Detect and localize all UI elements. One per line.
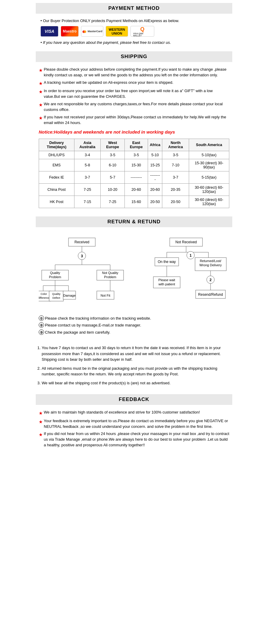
note-circle-3: ③ [39,329,44,335]
shipping-notice: Notice:Hoildays and weekends are not inc… [39,128,229,136]
return-list-item-2: All returned items must be in the origin… [42,366,229,377]
maestro-logo: Maestro [61,26,79,37]
cell-r0-c3: 3-5 [124,151,148,159]
col-header-1: Asia Australia [74,139,100,151]
cell-r3-c5: 20-35 [162,183,189,196]
cell-r3-c3: 20-60 [124,183,148,196]
cell-r0-c4: 5-10 [148,151,162,159]
star-icon-f1: ★ [39,410,43,417]
cell-r2-c1: 3-7 [74,171,100,183]
cell-r0-c6: 5-10(tax) [189,151,229,159]
col-header-6: South America [189,139,229,151]
returned-label2: Wrong Delivery [200,263,222,267]
payment-header: PAYMENT METHOD [36,3,232,14]
cell-r0-c1: 3-4 [74,151,100,159]
star-icon-5: ★ [39,115,43,121]
quality-defect-label: Quality [52,292,61,295]
color-diff-label: Color [40,292,47,295]
cell-r1-c3: 15-30 [124,159,148,171]
feedback-section: FEEDBACK ★ We aim to maintain high stand… [36,394,232,452]
table-row: DHL/UPS 3-4 3-5 3-5 5-10 3-5 5-10(tax) [39,151,229,159]
table-row: HK Post 7-15 7-25 15-60 20-50 20-50 30-6… [39,196,229,208]
feedback-item-2: ★ Your feedback is extremely important t… [39,418,229,430]
circle2-label: 2 [210,278,212,282]
bullet-dot: • [40,18,42,23]
shipping-item-2: ★ A tracking number will be updated on A… [39,80,229,87]
damage-label: Damage [63,294,76,297]
circle3-label: 3 [81,254,83,258]
cell-r2-c6: 5-15(tax) [189,171,229,183]
western-union-logo: WESTERN UNION [106,26,128,37]
on-way-label: On the way [158,260,176,264]
col-header-3: East Europe [124,139,148,151]
table-row: China Post 7-25 10-20 20-60 20-60 20-35 … [39,183,229,196]
return-list-item-1: You have 7 days to contact us and 30 day… [42,345,229,363]
cell-r4-c4: 20-50 [148,196,162,208]
cell-r0-c5: 3-5 [162,151,189,159]
shipping-item-3: ★ In order to ensure you receive your or… [39,88,229,100]
cell-r0-c0: DHL/UPS [39,151,74,159]
shipping-item-5: ★ If you have not received your parcel w… [39,114,229,126]
cell-r4-c3: 15-60 [124,196,148,208]
not-quality-label: Not Quality [102,271,119,275]
cell-r3-c1: 7-25 [74,183,100,196]
cell-r4-c6: 30-60 (direct) 60-120(tax) [189,196,229,208]
cell-r1-c5: 7-10 [162,159,189,171]
star-icon-1: ★ [39,67,43,74]
cell-r4-c5: 20-50 [162,196,189,208]
note-circle-2: ② [39,322,44,328]
feedback-item-3: ★ If you did not hear from us within 24 … [39,431,229,448]
table-row: Fedex IE 3-7 5-7 --------- --------- 3-7… [39,171,229,183]
feedback-header: FEEDBACK [36,394,232,405]
shipping-item-1: ★ Please double check your address befor… [39,67,229,78]
star-icon-f2: ★ [39,419,43,425]
cell-r4-c1: 7-15 [74,196,100,208]
note-circle-1: ① [39,315,44,321]
cell-r1-c0: EMS [39,159,74,171]
note-2: ②Please contact us by massage,E-mail,or … [39,322,229,328]
circle1-label: 1 [190,253,192,258]
return-notes: ①Please check the tracking information o… [39,315,229,335]
cell-r2-c0: Fedex IE [39,171,74,183]
cell-r2-c3: --------- [124,171,148,183]
shipping-section: SHIPPING ★ Please double check your addr… [36,51,232,213]
return-list: You have 7 days to contact us and 30 day… [39,345,229,386]
shipping-header: SHIPPING [36,51,232,62]
cell-r3-c2: 10-20 [101,183,125,196]
mastercard-logo: ●● MasterCard [81,26,103,37]
cell-r3-c0: China Post [39,183,74,196]
payment-note: • Our Buyer Protection ONLY protects Pay… [40,18,228,23]
color-diff-label2: difference [39,296,50,299]
wait-label: Please wait [158,278,175,282]
qiwi-logo: Q VISA QIWI WALLET [130,26,154,37]
note-1: ①Please check the tracking information o… [39,315,229,321]
cell-r1-c4: 15-25 [148,159,162,171]
quality-problem-label: Quality [50,271,60,275]
cell-r1-c1: 5-8 [74,159,100,171]
star-icon-2: ★ [39,80,43,87]
return-header: RETURN & RETUND [36,216,232,227]
col-header-4: Africa [148,139,162,151]
cell-r3-c6: 30-60 (direct) 60-120(tax) [189,183,229,196]
table-row: EMS 5-8 6-10 15-30 15-25 7-10 15-30 (dir… [39,159,229,171]
col-header-5: North America [162,139,189,151]
payment-logos: VISA Maestro ●● MasterCard WESTERN UNION… [40,26,228,37]
cell-r4-c0: HK Post [39,196,74,208]
col-header-0: Delivery Time(days) [39,139,74,151]
received-label: Received [74,240,89,244]
return-section: RETURN & RETUND Received 3 Quality Probl… [36,216,232,391]
cell-r2-c2: 5-7 [101,171,125,183]
cell-r2-c5: 3-7 [162,171,189,183]
shipping-table: Delivery Time(days) Asia Australia West … [39,139,229,208]
cell-r1-c2: 6-10 [101,159,125,171]
feedback-item-1: ★ We aim to maintain high standards of e… [39,410,229,417]
wait-label2: with patient [158,282,175,286]
quality-problem-label2: Problem [49,275,61,279]
star-icon-4: ★ [39,102,43,108]
note-3: ③Check the package and item carefully. [39,329,229,335]
quality-defect-label2: Defect [52,296,60,299]
star-icon-f3: ★ [39,431,43,438]
cell-r2-c4: --------- [148,171,162,183]
visa-logo: VISA [40,26,58,37]
star-icon-3: ★ [39,89,43,95]
